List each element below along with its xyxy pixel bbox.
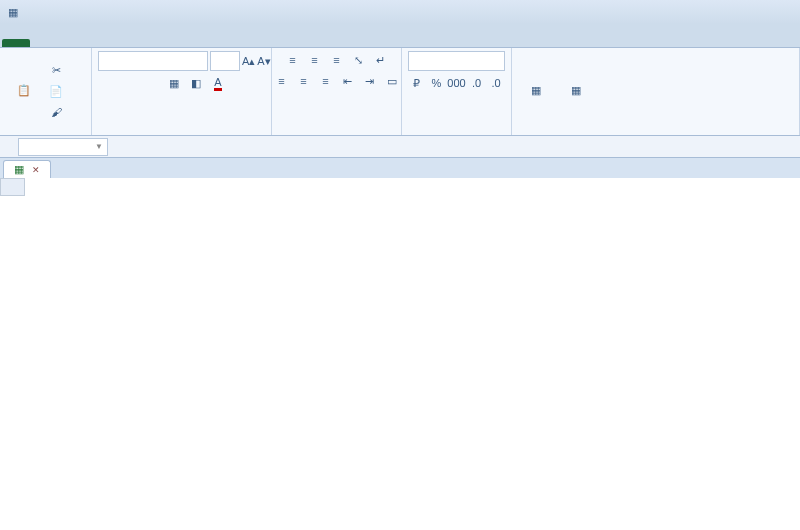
align-right-icon[interactable]: ≡ — [316, 72, 336, 90]
workbook-tabs: ▦ ✕ — [0, 158, 800, 178]
paste-button[interactable]: 📋 — [6, 74, 42, 108]
align-center-icon[interactable]: ≡ — [294, 72, 314, 90]
percent-icon[interactable]: % — [428, 74, 446, 92]
redo-icon[interactable] — [67, 3, 85, 21]
font-color-icon[interactable]: A — [208, 74, 228, 92]
copy-icon[interactable]: 📄 — [46, 82, 66, 100]
group-font-label — [98, 131, 265, 133]
orientation-icon[interactable]: ⤡ — [349, 51, 369, 69]
group-clipboard-label — [6, 131, 85, 133]
decrease-decimal-icon[interactable]: .0 — [487, 74, 505, 92]
name-box[interactable]: ▼ — [18, 138, 108, 156]
increase-decimal-icon[interactable]: .0 — [468, 74, 486, 92]
underline-button[interactable] — [142, 74, 162, 92]
cut-icon[interactable]: ✂ — [46, 61, 66, 79]
format-as-table-button[interactable]: ▦ — [558, 74, 594, 108]
font-size-select[interactable] — [210, 51, 240, 71]
align-bottom-icon[interactable]: ≡ — [327, 51, 347, 69]
shrink-font-icon[interactable]: A▾ — [257, 52, 270, 70]
font-name-select[interactable] — [98, 51, 208, 71]
conditional-formatting-button[interactable]: ▦ — [518, 74, 554, 108]
ribbon-tabs — [0, 24, 800, 48]
align-left-icon[interactable]: ≡ — [272, 72, 292, 90]
bold-button[interactable] — [98, 74, 118, 92]
group-number: ₽ % 000 .0 .0 — [402, 48, 512, 135]
conditional-formatting-icon: ▦ — [522, 76, 550, 104]
ribbon: 📋 ✂ 📄 🖌 A▴ A▾ ▦ ◧ — [0, 48, 800, 136]
indent-inc-icon[interactable]: ⇥ — [360, 72, 380, 90]
number-format-select[interactable] — [408, 51, 505, 71]
quick-access-toolbar: ▦ — [4, 3, 106, 21]
comma-icon[interactable]: 000 — [447, 74, 465, 92]
italic-button[interactable] — [120, 74, 140, 92]
wrap-text-icon[interactable]: ↵ — [371, 51, 391, 69]
border-icon[interactable]: ▦ — [164, 74, 184, 92]
workbook-icon: ▦ — [14, 163, 24, 176]
file-tab[interactable] — [2, 39, 30, 47]
select-all-corner[interactable] — [0, 178, 25, 196]
workbook-tab[interactable]: ▦ ✕ — [3, 160, 51, 178]
save-icon[interactable] — [25, 3, 43, 21]
group-number-label — [408, 131, 505, 133]
merge-icon[interactable]: ▭ — [382, 72, 402, 90]
currency-icon[interactable]: ₽ — [408, 74, 426, 92]
group-styles-label — [518, 131, 793, 133]
group-alignment-label — [278, 131, 395, 133]
grow-font-icon[interactable]: A▴ — [242, 52, 255, 70]
title-bar: ▦ — [0, 0, 800, 24]
format-painter-icon[interactable]: 🖌 — [46, 103, 66, 121]
group-clipboard: 📋 ✂ 📄 🖌 — [0, 48, 92, 135]
formula-input[interactable] — [140, 140, 800, 154]
indent-dec-icon[interactable]: ⇤ — [338, 72, 358, 90]
align-middle-icon[interactable]: ≡ — [305, 51, 325, 69]
group-font: A▴ A▾ ▦ ◧ A — [92, 48, 272, 135]
group-alignment: ≡ ≡ ≡ ⤡ ↵ ≡ ≡ ≡ ⇤ ⇥ ▭ — [272, 48, 402, 135]
qat-more-icon[interactable] — [88, 3, 106, 21]
align-top-icon[interactable]: ≡ — [283, 51, 303, 69]
chevron-down-icon[interactable]: ▼ — [95, 142, 103, 151]
close-icon[interactable]: ✕ — [32, 165, 40, 175]
group-styles: ▦ ▦ — [512, 48, 800, 135]
undo-icon[interactable] — [46, 3, 64, 21]
formula-bar: ▼ — [0, 136, 800, 158]
fill-color-icon[interactable]: ◧ — [186, 74, 206, 92]
excel-icon: ▦ — [4, 3, 22, 21]
format-as-table-icon: ▦ — [562, 76, 590, 104]
paste-icon: 📋 — [10, 76, 38, 104]
